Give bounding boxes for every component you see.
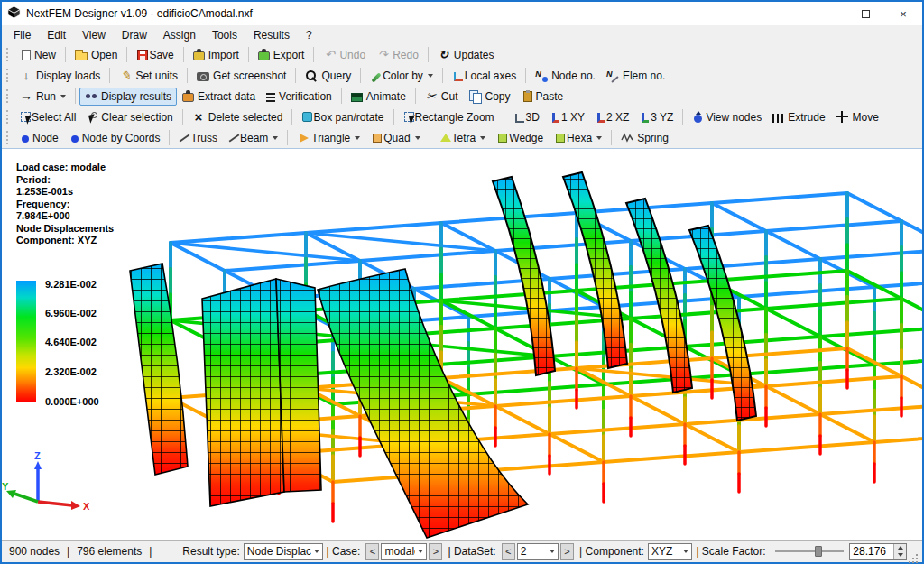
menu-tools[interactable]: Tools [204,27,245,43]
open-button[interactable]: Open [69,46,123,64]
view-3d-button[interactable]: 3D [508,108,545,126]
save-button[interactable]: Save [131,46,179,64]
element-count: 796 elements [77,545,142,558]
dataset-combo[interactable]: 2 [517,543,559,560]
toolbar-select: Select All Clear selection ×Delete selec… [2,106,922,127]
case-next-button[interactable]: > [429,543,442,560]
display-loads-button[interactable]: ↓Display loads [14,67,106,85]
node-no-button[interactable]: NNode no. [530,67,601,85]
case-prev-button[interactable]: < [365,543,379,560]
triangle-button[interactable]: Triangle [291,129,365,147]
menu-edit[interactable]: Edit [39,27,74,43]
hexa-button[interactable]: Hexa [549,129,607,147]
updates-button[interactable]: ↻Updates [432,46,500,64]
toolbar-grip [6,48,10,61]
export-button[interactable]: Export [253,46,310,64]
minimize-button[interactable] [808,2,846,25]
beam-button[interactable]: Beam [223,129,283,147]
wedge-button[interactable]: Wedge [491,129,549,147]
case-combo[interactable]: modale [381,543,427,560]
dataset-label: | DataSet: [448,545,495,558]
box-pan-icon [302,112,312,122]
status-bar: 900 nodes | 796 elements | Result type: … [2,540,922,562]
menu-assign[interactable]: Assign [155,27,204,43]
spring-button[interactable]: Spring [615,129,674,147]
maximize-button[interactable] [846,2,884,25]
extract-data-button[interactable]: Extract data [177,88,261,106]
dataset-prev-button[interactable]: < [502,543,515,560]
select-all-button[interactable]: Select All [14,108,81,126]
period-value: 1.253E-001s [16,186,114,199]
move-button[interactable]: Move [831,108,884,126]
triangle-icon [300,134,309,143]
select-all-icon [21,112,31,122]
view-xy-button[interactable]: 1 XY [545,108,590,126]
rectangle-zoom-button[interactable]: Rectangle Zoom [398,108,500,126]
rectangle-zoom-icon [404,112,414,122]
node-by-coords-button[interactable]: Node by Coords [64,129,166,147]
get-screenshot-button[interactable]: Get screenshot [191,67,291,85]
close-button[interactable]: × [884,2,922,25]
result-type-combo[interactable]: Node Displacements [244,543,323,560]
node-button[interactable]: Node [14,129,64,147]
minimize-icon [823,14,832,14]
new-button[interactable]: New [14,46,61,64]
color-by-button[interactable]: Color by [365,67,439,85]
svg-text:Z: Z [34,450,41,461]
resize-grip[interactable] [911,546,919,557]
elem-no-button[interactable]: NElem no. [601,67,670,85]
cut-button[interactable]: ✂Cut [420,88,464,106]
spin-down-button[interactable] [894,551,906,559]
dropdown-arrow-icon [596,136,602,140]
extrude-icon [772,114,784,123]
view-yz-button[interactable]: 3 YZ [634,108,679,126]
export-icon [258,51,270,60]
dataset-next-button[interactable]: > [560,543,574,560]
move-cross-icon [836,111,849,124]
component-combo[interactable]: XYZ [648,543,692,560]
film-icon [351,93,363,102]
view-nodes-icon [694,115,702,123]
query-button[interactable]: Query [300,67,356,85]
quad-button[interactable]: Quad [365,129,425,147]
menu-view[interactable]: View [74,27,114,43]
extrude-button[interactable]: Extrude [767,108,830,126]
display-results-button[interactable]: Display results [79,88,177,106]
animate-button[interactable]: Animate [346,88,411,106]
result-info-block: Load case: modale Period: 1.253E-001s Fr… [16,162,114,247]
paste-button[interactable]: Paste [516,88,569,106]
set-units-button[interactable]: ✎Set units [114,67,183,85]
load-case-text: Load case: modale [16,162,114,174]
tetra-button[interactable]: Tetra [434,129,492,147]
scale-factor-slider[interactable] [775,545,845,558]
copy-button[interactable]: Copy [464,88,516,106]
menu-results[interactable]: Results [245,27,298,43]
redo-button[interactable]: ↷Redo [371,46,424,64]
view-nodes-button[interactable]: View nodes [687,108,767,126]
menu-help[interactable]: ? [298,27,320,43]
slider-thumb[interactable] [815,546,822,557]
model-canvas[interactable]: ZXY Load case: modale Period: 1.253E-001… [2,148,922,540]
clear-selection-button[interactable]: Clear selection [81,108,178,126]
import-button[interactable]: Import [188,46,245,64]
spin-up-button[interactable] [894,544,906,552]
menu-file[interactable]: File [5,27,39,43]
scale-factor-input[interactable] [850,544,893,559]
run-button[interactable]: →Run [14,88,71,106]
view-xz-button[interactable]: 2 XZ [590,108,634,126]
spring-icon [621,132,633,144]
toolbar-grip [6,131,10,144]
dropdown-arrow-icon [428,74,433,78]
node-number-icon: N [535,69,548,82]
menu-draw[interactable]: Draw [114,27,155,43]
truss-button[interactable]: Truss [173,129,223,147]
maximize-icon [862,10,870,18]
delete-selected-button[interactable]: ×Delete selected [187,108,289,126]
verification-button[interactable]: Verification [261,88,337,106]
plane-yz-icon [642,113,649,123]
box-pan-rotate-button[interactable]: Box pan/rotate [296,108,389,126]
save-floppy-icon [137,50,148,60]
title-bar: NextFEM Designer v1.09 - edificioCAmodal… [2,2,922,25]
undo-button[interactable]: ↶Undo [318,46,371,64]
local-axes-button[interactable]: Local axes [447,67,522,85]
